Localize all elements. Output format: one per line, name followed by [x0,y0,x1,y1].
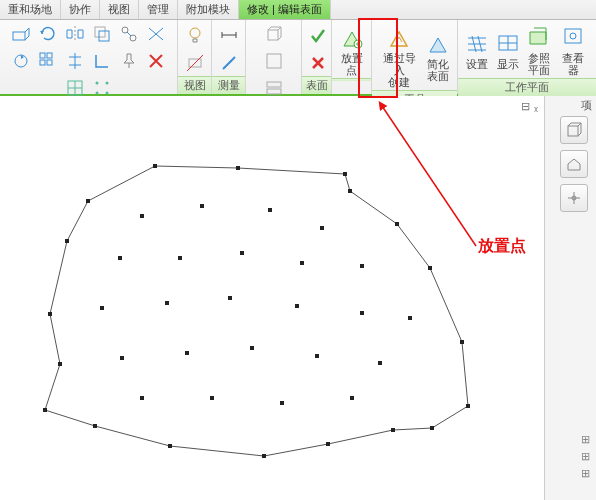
svg-point-24 [570,33,576,39]
viewcube-button[interactable] [560,116,588,144]
svg-rect-39 [262,454,266,458]
svg-rect-19 [267,89,281,94]
svg-rect-35 [466,404,470,408]
pan-button[interactable] [560,184,588,212]
ref-plane-label: 参照 平面 [528,52,550,76]
svg-rect-23 [565,29,581,43]
corner-icon[interactable] [90,49,114,73]
svg-rect-1 [95,27,105,37]
svg-rect-36 [430,426,434,430]
svg-rect-20 [267,82,281,87]
svg-rect-44 [48,312,52,316]
rotate-icon[interactable] [36,22,60,46]
array-icon[interactable] [36,49,60,73]
svg-rect-31 [348,189,352,193]
tab-collab[interactable]: 协作 [61,0,100,19]
drawing-canvas[interactable]: ⊟ ᵪ [0,96,544,500]
grid-show-icon [495,30,521,56]
cancel-icon[interactable] [306,51,330,75]
side-panel-label: 项 [581,98,592,113]
set-label: 设置 [466,58,488,70]
svg-rect-40 [168,444,172,448]
home-view-button[interactable] [560,150,588,178]
expand-icon-3[interactable]: ⊞ [581,467,590,480]
tab-bar: 重和场地 协作 视图 管理 附加模块 修改 | 编辑表面 [0,0,596,20]
hide-icon[interactable] [183,51,207,75]
dimension-icon[interactable] [217,23,241,47]
ref-plane-button[interactable]: 参照 平面 [524,22,555,78]
group-modify: 修改 [0,20,178,94]
side-panel: 项 ⊞ ⊞ ⊞ [544,96,596,500]
tab-addons[interactable]: 附加模块 [178,0,239,19]
svg-rect-43 [58,362,62,366]
simplify-button[interactable]: 简化 表面 [422,22,453,90]
group-label-workplane: 工作平面 [458,78,596,96]
svg-rect-33 [428,266,432,270]
simplify-icon [425,30,451,56]
import-create-label: 通过导入 创建 [380,52,418,88]
box-icon[interactable] [262,22,286,46]
delete-icon[interactable] [144,49,168,73]
tree-expand-buttons: ⊞ ⊞ ⊞ [581,433,590,480]
cycle-icon[interactable] [9,49,33,73]
svg-rect-65 [378,361,382,365]
group-surface: 表面 [302,20,332,94]
tab-manage[interactable]: 管理 [139,0,178,19]
svg-rect-59 [360,311,364,315]
ref-plane-icon [526,24,552,50]
place-point-label: 放置 点 [341,52,363,76]
svg-rect-63 [250,346,254,350]
set-button[interactable]: 设置 [462,22,493,78]
align-icon[interactable] [63,49,87,73]
svg-rect-57 [228,296,232,300]
mirror-icon[interactable] [63,22,87,46]
place-point-button[interactable]: 放置 点 [336,22,367,78]
group-label-view: 视图 [178,76,211,94]
measure-icon[interactable] [217,51,241,75]
svg-point-14 [106,92,109,95]
expand-icon-2[interactable]: ⊞ [581,450,590,463]
simplify-label: 简化 表面 [427,58,449,82]
import-house-icon [386,24,412,50]
svg-rect-64 [315,354,319,358]
extrude-icon[interactable] [9,22,33,46]
svg-rect-58 [295,304,299,308]
expand-icon-1[interactable]: ⊞ [581,433,590,446]
svg-rect-2 [99,31,109,41]
svg-rect-49 [320,226,324,230]
svg-rect-29 [236,166,240,170]
trim-icon[interactable] [144,22,168,46]
svg-marker-26 [45,166,468,456]
tab-massif[interactable]: 重和场地 [0,0,61,19]
viewer-button[interactable]: 查看器 [555,22,592,78]
svg-point-12 [106,82,109,85]
group-create: 创建 [246,20,302,94]
svg-rect-7 [47,53,52,58]
group-label-measure: 测量 [212,76,245,94]
svg-rect-45 [65,239,69,243]
viewport-controls [560,116,588,212]
show-label: 显示 [497,58,519,70]
svg-rect-47 [200,204,204,208]
svg-rect-50 [118,256,122,260]
svg-rect-48 [268,208,272,212]
import-create-button[interactable]: 通过导入 创建 [376,22,422,90]
offset-icon[interactable] [90,22,114,46]
svg-rect-68 [280,401,284,405]
tab-modify-edit-surface[interactable]: 修改 | 编辑表面 [239,0,331,19]
svg-rect-54 [360,264,364,268]
group-label-blank [332,78,371,81]
pin-icon[interactable] [117,49,141,73]
show-button[interactable]: 显示 [493,22,524,78]
svg-rect-28 [153,164,157,168]
check-icon[interactable] [306,24,330,48]
snap-icon[interactable] [117,22,141,46]
bulb-icon[interactable] [183,23,207,47]
svg-rect-38 [326,442,330,446]
svg-rect-37 [391,428,395,432]
viewer-icon [560,24,586,50]
svg-point-11 [96,82,99,85]
box2-icon[interactable] [262,49,286,73]
group-measure: 测量 [212,20,246,94]
tab-view[interactable]: 视图 [100,0,139,19]
